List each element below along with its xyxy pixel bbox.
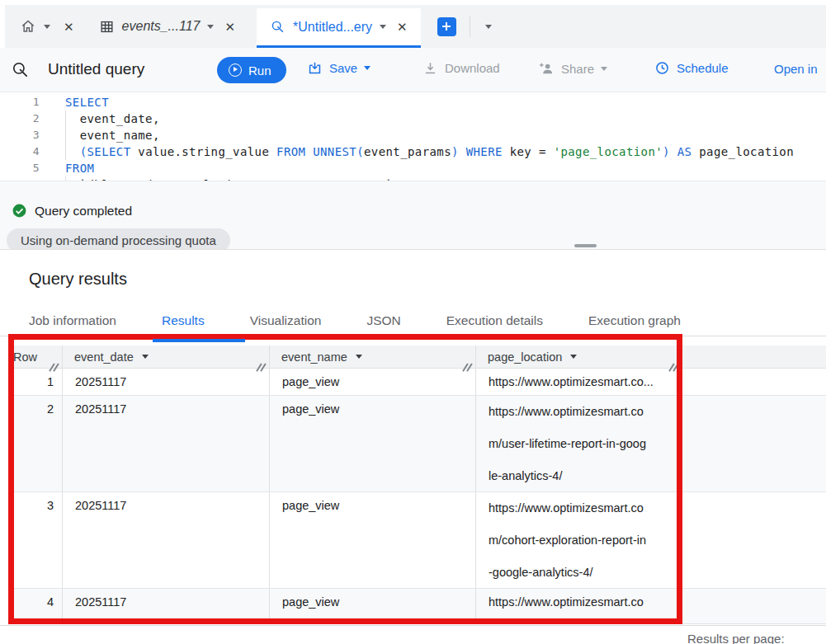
code-text: (SELECT value.string_value FROM UNNEST(e…	[65, 143, 794, 160]
code-text: event_name,	[65, 127, 160, 143]
play-icon	[229, 63, 242, 77]
column-header-event_date: event_date	[63, 346, 270, 368]
tab-overflow-caret-icon[interactable]	[485, 25, 492, 29]
results-per-page-label: Results per page:	[687, 632, 785, 644]
column-resize-handle-icon[interactable]	[668, 362, 679, 373]
results-tab-execution-graph[interactable]: Execution graph	[588, 307, 681, 336]
cell-filler	[682, 396, 826, 491]
cell-page-location: https://www.optimizesmart.co...	[476, 369, 682, 395]
column-header-event_name: event_name	[270, 346, 476, 368]
column-sort-caret-icon[interactable]	[570, 355, 577, 359]
cell-page-location: https://www.optimizesmart.com/user-lifet…	[476, 396, 682, 491]
person-add-icon	[538, 60, 555, 77]
column-label: event_date	[74, 350, 134, 364]
results-tab-visualization[interactable]: Visualization	[250, 307, 322, 336]
run-button[interactable]: Run	[217, 57, 286, 83]
code-line: 4 (SELECT value.string_value FROM UNNEST…	[0, 143, 826, 160]
status-message: Query completed	[35, 204, 132, 219]
code-text: SELECT	[65, 94, 109, 110]
new-tab-button[interactable]	[437, 17, 456, 36]
share-button[interactable]: Share	[538, 60, 607, 77]
open-in-button[interactable]: Open in	[774, 62, 818, 76]
url-line: https://www.optimizesmart.co...	[489, 375, 669, 388]
column-resize-handle-icon[interactable]	[462, 362, 473, 373]
url-line: m/user-lifetime-report-in-goog	[489, 428, 669, 460]
cell-page-location: https://www.optimizesmart.com/cohort-exp…	[476, 492, 682, 588]
sql-code-editor[interactable]: 1SELECT2 event_date,3 event_name,4 (SELE…	[0, 92, 826, 181]
line-number: 3	[0, 127, 40, 143]
tab-close-icon[interactable]: ✕	[224, 21, 235, 33]
results-tab-json[interactable]: JSON	[366, 307, 400, 336]
column-resize-handle-icon[interactable]	[256, 362, 267, 373]
line-number: 2	[0, 110, 40, 127]
home-tab-close-icon[interactable]: ✕	[64, 21, 74, 33]
table-row[interactable]: 320251117page_viewhttps://www.optimizesm…	[12, 492, 826, 589]
query-icon	[270, 19, 286, 35]
tab-label: events_...117	[122, 19, 201, 34]
url-line: m/cohort-exploration-report-in	[489, 524, 669, 557]
line-number: 4	[0, 143, 40, 160]
check-circle-icon	[12, 203, 27, 219]
results-heading: Query results	[29, 270, 127, 289]
cell-row-number: 2	[12, 396, 63, 491]
table-row[interactable]: 420251117page_viewhttps://www.optimizesm…	[12, 589, 826, 624]
column-header-page_location: page_location	[476, 346, 682, 368]
tab-untitled-query[interactable]: *Untitled...ery ✕	[257, 8, 421, 48]
home-icon[interactable]	[20, 18, 36, 35]
url-line: le-analytics-4/	[489, 460, 669, 491]
cell-filler	[682, 589, 826, 623]
share-caret-icon	[601, 67, 607, 71]
query-toolbar: Untitled query Run Save Download Share	[0, 48, 826, 92]
save-caret-icon	[364, 66, 371, 70]
column-label: event_name	[281, 350, 347, 364]
code-line: 1SELECT	[0, 94, 826, 110]
code-line: 5FROM	[0, 160, 826, 176]
clock-icon	[654, 60, 670, 76]
table-row[interactable]: 220251117page_viewhttps://www.optimizesm…	[12, 396, 826, 492]
column-header-row: Row	[12, 346, 63, 368]
code-line: 2 event_date,	[0, 110, 826, 127]
cell-page-location: https://www.optimizesmart.co	[476, 589, 682, 623]
code-line: 3 event_name,	[0, 127, 826, 143]
save-icon	[307, 60, 323, 76]
cell-event-name: page_view	[270, 589, 476, 623]
cell-event-date: 20251117	[63, 369, 270, 395]
url-line: https://www.optimizesmart.co	[489, 492, 669, 524]
home-tab-caret-icon[interactable]	[44, 25, 50, 29]
download-icon	[422, 60, 438, 76]
table-row[interactable]: 120251117page_viewhttps://www.optimizesm…	[12, 369, 826, 396]
cell-event-date: 20251117	[63, 396, 270, 491]
editor-tab-strip: ✕ events_...117 ✕ *Untitled...ery ✕	[5, 5, 826, 48]
schedule-button[interactable]: Schedule	[654, 60, 729, 76]
line-number: 1	[0, 94, 40, 110]
query-status-section: Query completed Using on-demand processi…	[0, 181, 826, 249]
tab-close-icon[interactable]: ✕	[397, 21, 408, 33]
tab-caret-icon[interactable]	[380, 25, 386, 29]
results-tab-job-information[interactable]: Job information	[29, 307, 116, 336]
tab-events-table[interactable]: events_...117 ✕	[99, 19, 235, 35]
column-sort-caret-icon[interactable]	[142, 355, 149, 359]
url-line: -google-analytics-4/	[489, 557, 669, 588]
query-title: Untitled query	[48, 60, 144, 78]
cell-event-name: page_view	[270, 396, 476, 491]
cell-event-name: page_view	[270, 369, 476, 395]
results-tab-execution-details[interactable]: Execution details	[446, 307, 543, 336]
cell-filler	[682, 492, 826, 588]
column-sort-caret-icon[interactable]	[356, 355, 362, 359]
tab-label: *Untitled...ery	[293, 20, 372, 35]
column-resize-handle-icon[interactable]	[49, 362, 59, 373]
save-button[interactable]: Save	[307, 60, 371, 76]
tab-caret-icon[interactable]	[207, 25, 214, 29]
query-completed-status: Query completed	[12, 203, 132, 219]
column-label: page_location	[488, 350, 562, 364]
query-magnifier-icon	[11, 60, 30, 79]
results-tab-bar: Job informationResultsVisualizationJSONE…	[0, 307, 826, 336]
download-button[interactable]: Download	[422, 60, 500, 76]
results-tab-results[interactable]: Results	[162, 307, 205, 336]
code-text: event_date,	[65, 110, 160, 127]
results-table: Rowevent_dateevent_namepage_location1202…	[12, 346, 826, 624]
panel-resize-handle[interactable]	[574, 244, 597, 247]
pagination-bar: Results per page:	[0, 625, 826, 644]
table-header-row: Rowevent_dateevent_namepage_location	[12, 346, 826, 369]
cell-event-date: 20251117	[63, 492, 270, 588]
